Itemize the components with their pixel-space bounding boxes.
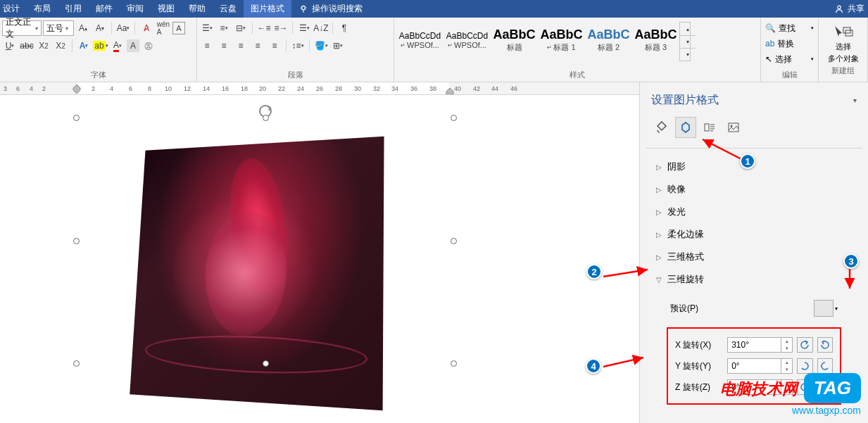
subscript-button[interactable]: X2 <box>36 38 51 53</box>
underline-button[interactable]: U▾ <box>2 38 18 53</box>
replace-button[interactable]: ab替换 <box>763 36 816 51</box>
shading-button[interactable]: 🪣▾ <box>313 38 329 53</box>
text-effects-button[interactable]: A▾ <box>76 38 92 53</box>
paragraph-group: ☰▾ ≡▾ ⊟▾ ←≡ ≡→ ☰▾ A↓Z ¶ ≡ ≡ ≡ ≡ ≡ ↕≡▾ <box>197 18 394 82</box>
editing-group-label: 编辑 <box>763 68 816 82</box>
paragraph-group-label: 段落 <box>199 68 391 82</box>
y-rotate-down-button[interactable] <box>817 358 833 374</box>
pane-title: 设置图片格式 ▾ <box>646 89 862 111</box>
superscript-button[interactable]: X2 <box>53 38 68 53</box>
svg-point-1 <box>838 6 841 8</box>
select-multiple-button[interactable]: 选择 多个对象 <box>828 25 859 64</box>
selected-picture[interactable] <box>76 118 454 364</box>
show-marks-button[interactable]: ¶ <box>336 20 352 36</box>
style-item-1[interactable]: AaBbCcDd↵WPSOf... <box>444 20 491 60</box>
format-picture-pane: 设置图片格式 ▾ ▷阴影 ▷映像 ▷发光 ▷柔化边缘 ▷三维格式 ▽三维旋转 预… <box>639 82 868 423</box>
tab-review[interactable]: 审阅 <box>120 0 151 18</box>
multilevel-button[interactable]: ⊟▾ <box>233 20 249 36</box>
font-color-button[interactable]: A▾ <box>110 38 125 53</box>
indent-marker-right[interactable] <box>446 88 454 95</box>
layout-tab[interactable] <box>699 117 720 138</box>
strikethrough-button[interactable]: abc <box>19 38 34 53</box>
align-right-button[interactable]: ≡ <box>233 38 249 53</box>
font-size-select[interactable]: 五号 <box>43 20 74 36</box>
clear-format-button[interactable]: A̷ <box>139 20 154 36</box>
tab-view[interactable]: 视图 <box>151 0 182 18</box>
justify-button[interactable]: ≡ <box>250 38 265 53</box>
watermark: 电脑技术网 TAG www.tagxp.com <box>720 373 861 416</box>
styles-scroll-down[interactable]: ▾ <box>680 35 696 48</box>
grow-font-button[interactable]: A▴ <box>75 20 91 36</box>
style-item-0[interactable]: AaBbCcDd↵WPSOf... <box>396 20 444 60</box>
ribbon: 正文正文 五号 A▴ A▾ Aa▾ A̷ wénA A U▾ abc X2 X2… <box>0 18 868 82</box>
pane-menu-button[interactable]: ▾ <box>853 96 857 104</box>
tab-help[interactable]: 帮助 <box>182 0 213 18</box>
share-button[interactable]: 共享 <box>831 0 868 18</box>
phonetic-button[interactable]: wénA <box>156 20 171 36</box>
annotation-3: 3 <box>843 253 859 269</box>
change-case-button[interactable]: Aa▾ <box>115 20 131 36</box>
find-button[interactable]: 🔍查找▾ <box>763 20 816 36</box>
style-item-4[interactable]: AaBbC标题 2 <box>585 20 632 60</box>
tab-cloud[interactable]: 云盘 <box>213 0 244 18</box>
effects-tab[interactable] <box>675 117 696 138</box>
preset-label: 预设(P) <box>670 303 698 315</box>
3d-rotation-section[interactable]: ▽三维旋转 <box>656 268 852 291</box>
style-item-5[interactable]: AaBbC标题 3 <box>632 20 679 60</box>
x-rotate-right-button[interactable] <box>817 337 833 353</box>
x-rotation-input[interactable]: ▴▾ <box>727 337 793 353</box>
text-direction-button[interactable]: ☰▾ <box>296 20 312 36</box>
bullets-button[interactable]: ☰▾ <box>199 20 215 36</box>
y-rotation-input[interactable]: ▴▾ <box>727 358 793 374</box>
pane-category-tabs <box>646 111 862 149</box>
picture-content <box>130 137 384 410</box>
svg-line-11 <box>603 358 643 367</box>
x-rotate-left-button[interactable] <box>797 337 812 353</box>
shrink-font-button[interactable]: A▾ <box>92 20 108 36</box>
annotation-4: 4 <box>586 358 601 374</box>
tab-design[interactable]: 设计 <box>0 0 27 18</box>
char-shading-button[interactable]: A <box>127 39 139 52</box>
highlight-button[interactable]: ab▾ <box>93 38 108 53</box>
editing-group: 🔍查找▾ ab替换 ↖选择▾ 编辑 <box>761 18 819 82</box>
tab-references[interactable]: 引用 <box>58 0 89 18</box>
indent-marker-left[interactable] <box>73 84 81 94</box>
fill-tab[interactable] <box>651 117 672 138</box>
tab-picture-format[interactable]: 图片格式 <box>244 0 291 18</box>
tab-mailings[interactable]: 邮件 <box>89 0 120 18</box>
tell-me-search[interactable]: 操作说明搜索 <box>298 0 363 18</box>
x-rotation-label: X 旋转(X) <box>675 339 723 351</box>
3d-format-section[interactable]: ▷三维格式 <box>656 246 852 268</box>
char-border-button[interactable]: A <box>172 22 185 34</box>
align-center-button[interactable]: ≡ <box>216 38 232 53</box>
soft-edges-section[interactable]: ▷柔化边缘 <box>656 223 852 246</box>
picture-tab[interactable] <box>723 117 744 138</box>
styles-gallery[interactable]: AaBbCcDd↵WPSOf... AaBbCcDd↵WPSOf... AaBb… <box>396 20 758 63</box>
enclose-char-button[interactable]: ㊄ <box>141 38 156 53</box>
font-group: 正文正文 五号 A▴ A▾ Aa▾ A̷ wénA A U▾ abc X2 X2… <box>0 18 197 82</box>
align-left-button[interactable]: ≡ <box>199 38 215 53</box>
y-rotate-up-button[interactable] <box>797 358 812 374</box>
select-button[interactable]: ↖选择▾ <box>763 51 816 67</box>
decrease-indent-button[interactable]: ←≡ <box>256 20 272 36</box>
distributed-button[interactable]: ≡ <box>267 38 282 53</box>
styles-scroll-up[interactable]: ▴ <box>680 23 696 35</box>
styles-more[interactable]: ▾ <box>680 48 696 61</box>
reflection-section[interactable]: ▷映像 <box>656 178 852 201</box>
font-style-select[interactable]: 正文正文 <box>2 20 42 36</box>
style-item-3[interactable]: AaBbC↵标题 1 <box>538 20 585 60</box>
sort-button[interactable]: A↓Z <box>313 20 329 36</box>
svg-rect-5 <box>705 124 709 131</box>
svg-point-0 <box>301 6 305 9</box>
ribbon-tabs: 设计 布局 引用 邮件 审阅 视图 帮助 云盘 图片格式 操作说明搜索 共享 <box>0 0 868 18</box>
preset-dropdown[interactable] <box>814 300 834 317</box>
numbering-button[interactable]: ≡▾ <box>216 20 232 36</box>
line-spacing-button[interactable]: ↕≡▾ <box>290 38 306 53</box>
glow-section[interactable]: ▷发光 <box>656 201 852 223</box>
borders-button[interactable]: ⊞▾ <box>330 38 346 53</box>
style-item-2[interactable]: AaBbC标题 <box>491 20 538 60</box>
tab-layout[interactable]: 布局 <box>27 0 58 18</box>
increase-indent-button[interactable]: ≡→ <box>273 20 289 36</box>
x-rotation-row: X 旋转(X) ▴▾ <box>675 334 833 355</box>
select-objects-group: 选择 多个对象 新建组 <box>819 18 868 82</box>
